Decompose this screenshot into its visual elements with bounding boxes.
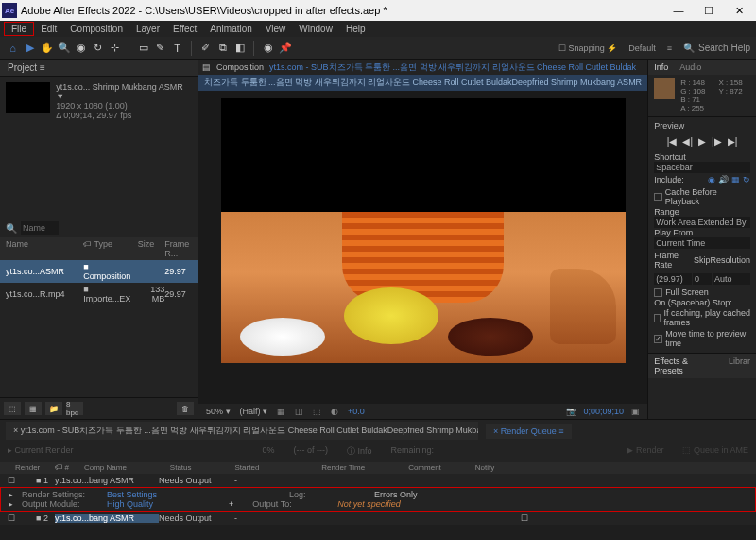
viewport[interactable] — [198, 91, 647, 404]
timecode[interactable]: 0;00;09;10 — [584, 407, 625, 416]
close-button[interactable]: ✕ — [724, 0, 754, 21]
range-select[interactable] — [654, 217, 750, 228]
info-tab[interactable]: Info — [654, 62, 668, 72]
home-icon[interactable]: ⌂ — [6, 41, 20, 55]
last-frame-icon[interactable]: ▶| — [728, 136, 738, 147]
loop-icon[interactable]: ↻ — [743, 175, 750, 184]
range-label: Range — [654, 207, 750, 217]
playfrom-label: Play From — [654, 228, 750, 237]
menu-edit[interactable]: Edit — [34, 23, 63, 35]
first-frame-icon[interactable]: |◀ — [667, 136, 678, 147]
grid-icon[interactable]: ▦ — [277, 407, 285, 416]
menu-effect[interactable]: Effect — [166, 23, 203, 35]
camera-icon[interactable]: ▣ — [631, 407, 640, 416]
fullscreen-checkbox[interactable] — [654, 288, 662, 297]
composition-tab[interactable]: yt1s.com - SUB치즈가득 두툼한 ...음면 먹방 새우튀김까지 리… — [269, 61, 636, 74]
puppet-tool-icon[interactable]: 📌 — [278, 41, 292, 55]
minimize-button[interactable]: — — [663, 0, 694, 21]
render-button[interactable]: ▶ Render — [627, 445, 663, 458]
menu-help[interactable]: Help — [339, 23, 372, 35]
info-y: Y : 872 — [718, 87, 742, 96]
framerate-input[interactable] — [654, 273, 692, 285]
project-row[interactable]: yt1s.co...R.mp4■ Importe...EX133 MB29.97 — [0, 283, 198, 305]
hand-tool-icon[interactable]: ✋ — [40, 41, 54, 55]
render-settings-link[interactable]: Best Settings — [107, 490, 157, 499]
workspace-default[interactable]: Default — [628, 44, 656, 53]
bpc-toggle[interactable]: 8 bpc — [66, 402, 83, 415]
orbit-tool-icon[interactable]: ◉ — [74, 41, 88, 55]
comp-tab-icon[interactable]: ▤ — [202, 62, 211, 72]
queue-ame-button[interactable]: ⬚ Queue in AME — [682, 445, 748, 458]
shape-tool-icon[interactable]: ▭ — [136, 41, 150, 55]
timeline-comp-tab[interactable]: × yt1s.com - SUB치즈가득 두툼한 ...음면 먹방 새우튀김까지… — [6, 422, 478, 440]
render-queue-tab[interactable]: × Render Queue ≡ — [486, 424, 572, 439]
project-tab[interactable]: Project ≡ — [0, 60, 198, 77]
play-icon[interactable]: ▶ — [698, 136, 706, 147]
new-comp-icon[interactable]: ▦ — [25, 402, 42, 415]
project-panel: Project ≡ yt1s.co... Shrimp Mukbang ASMR… — [0, 60, 198, 419]
exposure[interactable]: +0.0 — [348, 407, 365, 416]
cache-checkbox[interactable] — [654, 193, 662, 201]
eraser-tool-icon[interactable]: ◧ — [232, 41, 247, 55]
text-tool-icon[interactable]: T — [170, 41, 184, 55]
menu-view[interactable]: View — [259, 23, 293, 35]
menu-window[interactable]: Window — [292, 23, 339, 35]
menu-animation[interactable]: Animation — [203, 23, 258, 35]
selection-tool-icon[interactable]: ▶ — [23, 41, 37, 55]
item-name: yt1s.co... Shrimp Mukbang ASMR ▼ — [56, 82, 192, 101]
next-frame-icon[interactable]: |▶ — [712, 136, 722, 147]
zoom-tool-icon[interactable]: 🔍 — [57, 41, 71, 55]
audio-include-icon[interactable]: 🔊 — [718, 175, 729, 184]
project-search-input[interactable] — [21, 221, 59, 235]
output-to-link[interactable]: Not yet specified — [337, 499, 401, 509]
snapping-toggle[interactable]: ☐ Snapping ⚡ — [558, 44, 617, 53]
overlay-include-icon[interactable]: ▦ — [731, 175, 740, 184]
add-output-icon[interactable]: + — [229, 499, 233, 509]
movetime-checkbox[interactable] — [654, 335, 662, 343]
breadcrumb[interactable]: 치즈가득 두툼한 ...음면 먹방 새우튀김까지 리얼사운드 Cheese Ro… — [198, 75, 647, 91]
roto-tool-icon[interactable]: ◉ — [261, 41, 275, 55]
clone-tool-icon[interactable]: ⧉ — [215, 41, 230, 55]
project-row[interactable]: yt1s.co...ASMR■ Composition29.97 — [0, 260, 198, 283]
search-help[interactable]: 🔍 Search Help — [683, 43, 750, 53]
resolution-input[interactable] — [713, 273, 750, 285]
menu-layer[interactable]: Layer — [129, 23, 166, 35]
delete-icon[interactable]: 🗑 — [177, 402, 194, 415]
menu-composition[interactable]: Composition — [63, 23, 129, 35]
snapshot-icon[interactable]: 📷 — [566, 407, 576, 416]
search-icon[interactable]: 🔍 — [6, 223, 17, 234]
menu-file[interactable]: File — [4, 22, 34, 36]
region-icon[interactable]: ⬚ — [313, 407, 321, 416]
audio-tab[interactable]: Audio — [679, 62, 701, 72]
render-queue-row[interactable]: ☐ ■ 1 yt1s.co...bang ASMR Needs Output - — [0, 474, 756, 487]
skip-input[interactable] — [693, 273, 712, 285]
video-include-icon[interactable]: ◉ — [708, 175, 715, 184]
shortcut-select[interactable] — [654, 162, 750, 173]
rotate-tool-icon[interactable]: ↻ — [91, 41, 105, 55]
shortcut-label: Shortcut — [654, 152, 750, 162]
log-dropdown[interactable]: Errors Only — [374, 490, 418, 499]
maximize-button[interactable]: ☐ — [694, 0, 724, 21]
libraries-tab[interactable]: Librar — [729, 357, 750, 375]
render-info[interactable]: ⓘ Info — [347, 445, 372, 458]
mask-icon[interactable]: ◫ — [295, 407, 303, 416]
pen-tool-icon[interactable]: ✎ — [153, 41, 167, 55]
channel-icon[interactable]: ◐ — [331, 407, 338, 416]
new-folder-icon[interactable]: 📁 — [45, 402, 62, 415]
output-module-link[interactable]: High Quality — [107, 499, 153, 509]
render-settings-row: ▸Render Settings: Best Settings Log: Err… — [0, 487, 756, 512]
interpret-footage-icon[interactable]: ⬚ — [4, 402, 21, 415]
zoom-dropdown[interactable]: 50% ▾ — [206, 407, 231, 416]
workspace-menu-icon[interactable]: ≡ — [667, 44, 672, 53]
toolbar: ⌂ ▶ ✋ 🔍 ◉ ↻ ⊹ ▭ ✎ T ✐ ⧉ ◧ ◉ 📌 ☐ Snapping… — [0, 37, 756, 60]
prev-frame-icon[interactable]: ◀| — [682, 136, 693, 147]
render-queue-row[interactable]: ☐ ■ 2 yt1s.co...bang ASMR Needs Output -… — [0, 512, 756, 525]
effects-presets-tab[interactable]: Effects & Presets — [654, 357, 717, 375]
preview-label: Preview — [654, 121, 750, 131]
item-duration: Δ 0;09;14, 29.97 fps — [56, 111, 192, 120]
ifcaching-checkbox[interactable] — [654, 314, 661, 322]
playfrom-select[interactable] — [654, 237, 750, 249]
anchor-tool-icon[interactable]: ⊹ — [108, 41, 122, 55]
resolution-dropdown[interactable]: (Half) ▾ — [240, 407, 268, 416]
brush-tool-icon[interactable]: ✐ — [198, 41, 213, 55]
